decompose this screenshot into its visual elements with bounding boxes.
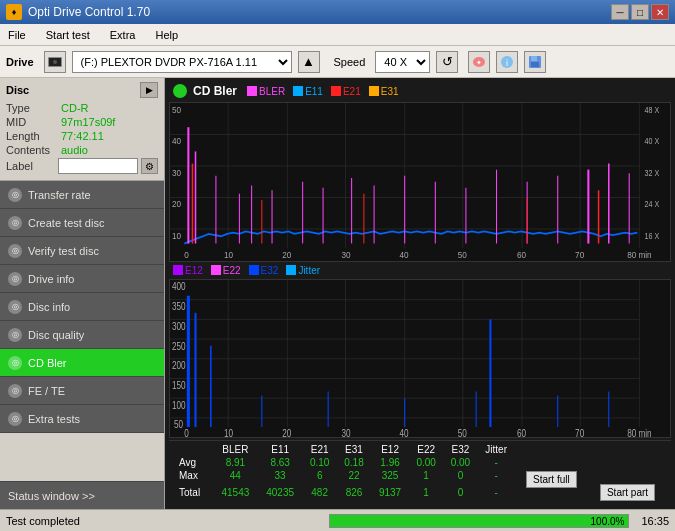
sidebar-item-fe-te[interactable]: ◎ FE / TE <box>0 377 164 405</box>
total-e11: 40235 <box>258 482 303 503</box>
avg-e11: 8.63 <box>258 456 303 469</box>
menu-file[interactable]: File <box>4 28 30 42</box>
max-e11: 33 <box>258 469 303 482</box>
svg-text:350: 350 <box>172 300 186 312</box>
svg-text:30: 30 <box>172 167 181 178</box>
info-button[interactable]: i <box>496 51 518 73</box>
fe-te-icon: ◎ <box>8 384 22 398</box>
col-header-e31: E31 <box>337 443 371 456</box>
svg-text:20: 20 <box>282 427 291 438</box>
sidebar-item-extra-tests[interactable]: ◎ Extra tests <box>0 405 164 433</box>
refresh-button[interactable]: ↺ <box>436 51 458 73</box>
eject-button[interactable]: ▲ <box>298 51 320 73</box>
legend-jitter: Jitter <box>286 265 320 276</box>
max-e32: 0 <box>443 469 477 482</box>
stats-bar: BLER E11 E21 E31 E12 E22 E32 Jitter <box>169 440 671 505</box>
max-e31: 22 <box>337 469 371 482</box>
status-window-button[interactable]: Status window >> <box>0 481 164 509</box>
svg-text:200: 200 <box>172 359 186 371</box>
svg-text:40: 40 <box>400 427 409 438</box>
col-header-jitter: Jitter <box>478 443 515 456</box>
bottom-chart-container: 400 350 300 250 200 150 100 50 0 10 20 3… <box>169 279 671 439</box>
avg-e12: 1.96 <box>371 456 409 469</box>
disc-settings-button[interactable]: ⚙ <box>141 158 158 174</box>
svg-text:100: 100 <box>172 398 186 410</box>
drive-select[interactable]: (F:) PLEXTOR DVDR PX-716A 1.11 <box>72 51 292 73</box>
main-area: Disc ▶ Type CD-R MID 97m17s09f Length 77… <box>0 78 675 509</box>
disc-type-label: Type <box>6 102 61 114</box>
disc-panel-title: Disc <box>6 84 29 96</box>
disc-label-input[interactable] <box>58 158 138 174</box>
legend-e12: E12 <box>173 265 203 276</box>
total-bler: 41543 <box>213 482 258 503</box>
svg-text:20: 20 <box>172 199 181 210</box>
sidebar-item-cd-bler[interactable]: ◎ CD Bler <box>0 349 164 377</box>
svg-text:80 min: 80 min <box>627 249 652 260</box>
menu-extra[interactable]: Extra <box>106 28 140 42</box>
start-part-button[interactable]: Start part <box>600 484 655 501</box>
disc-contents-row: Contents audio <box>6 144 158 156</box>
progress-percent: 100.0% <box>591 515 625 529</box>
close-button[interactable]: ✕ <box>651 4 669 20</box>
disc-length-value: 77:42.11 <box>61 130 104 142</box>
status-time: 16:35 <box>641 515 669 527</box>
title-bar: ♦ Opti Drive Control 1.70 ─ □ ✕ <box>0 0 675 24</box>
sidebar-item-disc-quality[interactable]: ◎ Disc quality <box>0 321 164 349</box>
svg-text:50: 50 <box>172 104 181 115</box>
col-header-e22: E22 <box>409 443 443 456</box>
col-header-label <box>173 443 213 456</box>
save-button[interactable] <box>524 51 546 73</box>
clean-button[interactable]: ✦ <box>468 51 490 73</box>
avg-label: Avg <box>173 456 213 469</box>
svg-text:50: 50 <box>458 249 467 260</box>
create-test-disc-icon: ◎ <box>8 216 22 230</box>
legend-e31: E31 <box>369 86 399 97</box>
max-bler: 44 <box>213 469 258 482</box>
svg-text:150: 150 <box>172 378 186 390</box>
chart-title-icon <box>173 84 187 98</box>
svg-text:400: 400 <box>172 280 186 292</box>
chart-header: CD Bler BLER E11 E21 <box>169 82 671 100</box>
menu-help[interactable]: Help <box>151 28 182 42</box>
total-e22: 1 <box>409 482 443 503</box>
disc-arrow-button[interactable]: ▶ <box>140 82 158 98</box>
disc-length-label: Length <box>6 130 61 142</box>
legend-e22: E22 <box>211 265 241 276</box>
legend-bler: BLER <box>247 86 285 97</box>
max-e21: 6 <box>303 469 337 482</box>
extra-tests-icon: ◎ <box>8 412 22 426</box>
menu-bar: File Start test Extra Help <box>0 24 675 46</box>
minimize-button[interactable]: ─ <box>611 4 629 20</box>
speed-label: Speed <box>334 56 366 68</box>
svg-text:i: i <box>506 58 508 68</box>
start-full-button[interactable]: Start full <box>526 471 577 488</box>
svg-text:80 min: 80 min <box>627 427 651 438</box>
total-label: Total <box>173 482 213 503</box>
verify-test-disc-icon: ◎ <box>8 244 22 258</box>
stats-row-max: Max 44 33 6 22 325 1 0 - <box>173 469 667 482</box>
sidebar-item-create-test-disc[interactable]: ◎ Create test disc <box>0 209 164 237</box>
cd-bler-icon: ◎ <box>8 356 22 370</box>
sidebar-item-drive-info[interactable]: ◎ Drive info <box>0 265 164 293</box>
speed-select[interactable]: 40 X <box>375 51 430 73</box>
col-header-bler: BLER <box>213 443 258 456</box>
svg-text:60: 60 <box>517 427 526 438</box>
drive-icon-btn[interactable] <box>44 51 66 73</box>
svg-text:20: 20 <box>282 249 291 260</box>
maximize-button[interactable]: □ <box>631 4 649 20</box>
svg-text:32 X: 32 X <box>644 168 659 178</box>
total-e21: 482 <box>303 482 337 503</box>
stats-row-avg: Avg 8.91 8.63 0.10 0.18 1.96 0.00 0.00 -… <box>173 456 667 469</box>
sidebar-item-verify-test-disc[interactable]: ◎ Verify test disc <box>0 237 164 265</box>
disc-mid-value: 97m17s09f <box>61 116 115 128</box>
sidebar-item-transfer-rate[interactable]: ◎ Transfer rate <box>0 181 164 209</box>
sidebar-item-disc-info[interactable]: ◎ Disc info <box>0 293 164 321</box>
menu-start-test[interactable]: Start test <box>42 28 94 42</box>
svg-text:50: 50 <box>174 418 183 430</box>
disc-mid-label: MID <box>6 116 61 128</box>
svg-text:300: 300 <box>172 319 186 331</box>
progress-bar: 100.0% <box>329 514 629 528</box>
bottom-chart-svg: 400 350 300 250 200 150 100 50 0 10 20 3… <box>169 279 671 439</box>
max-jitter: - <box>478 469 515 482</box>
svg-text:40: 40 <box>172 136 181 147</box>
